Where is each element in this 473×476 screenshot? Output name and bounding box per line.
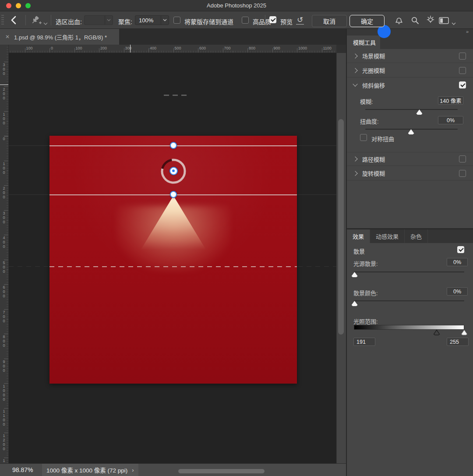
document-tab[interactable]: ✕ 1.psd @ 98.9% (三角形 1，RGB/8) * [0,29,119,45]
document-title: 1.psd @ 98.9% (三角形 1，RGB/8) * [14,33,107,41]
distortion-label: 扭曲度: [360,117,379,125]
tab-effects[interactable]: 效果 [347,229,370,243]
field-blur-checkbox[interactable] [459,53,466,60]
light-range-label: 光照范围: [353,317,378,325]
document-tab-bar: ✕ 1.psd @ 98.9% (三角形 1，RGB/8) * [0,29,346,45]
light-range-high-thumb[interactable] [461,329,468,337]
light-bokeh-slider[interactable] [354,269,464,278]
notifications-bell-icon[interactable] [395,16,403,26]
vertical-ruler-cursor [0,85,9,85]
bokeh-color-slider-thumb[interactable] [352,301,358,306]
vertical-scrollbar-thumb[interactable] [338,119,344,335]
preview-checkbox[interactable] [269,16,276,23]
chevron-down-icon [353,81,357,86]
title-bar: Adobe Photoshop 2025 [0,0,473,11]
preview-label: 预览 [280,17,293,26]
section-tilt-shift[interactable]: 倾斜偏移 [347,78,473,92]
toolbar-grip [1,15,4,25]
distortion-slider[interactable] [365,127,458,135]
back-icon[interactable] [11,16,17,26]
bokeh-label: 散景 [353,247,365,255]
document-size: 1000 像素 x 1000 像素 (72 ppi) [46,465,127,474]
cancel-button[interactable]: 取消 [312,15,347,27]
bokeh-checkbox[interactable] [457,246,464,253]
search-icon[interactable] [411,16,419,26]
window-title: Adobe Photoshop 2025 [0,2,473,9]
light-bokeh-label: 光源散景: [353,259,378,268]
effects-content: 散景 光源散景: 0% 散景颜色: 0% 光照范围: [347,243,473,476]
collapse-panel-icon[interactable]: » [466,29,469,34]
pin-options-chevron-icon[interactable] [43,19,48,27]
horizontal-scrollbar-thumb[interactable] [178,469,265,473]
section-iris-blur[interactable]: 光圈模糊 [347,63,473,78]
chevron-right-icon [353,156,357,161]
chevron-right-icon [353,171,357,176]
blur-center-pin[interactable] [169,167,178,175]
selection-bleed-label: 选区出血: [56,17,82,26]
focus-line-bottom-handle[interactable] [170,191,177,198]
distortion-value[interactable]: 0% [438,116,463,124]
distortion-slider-thumb[interactable] [408,129,414,134]
blur-amount-slider-thumb[interactable] [416,109,422,115]
horizontal-ruler[interactable]: 100010020030040050060070080090010001100 [9,45,336,53]
tab-motion-effects[interactable]: 动感效果 [370,229,405,243]
iris-blur-checkbox[interactable] [459,67,466,74]
zoom-level[interactable]: 98.87% [12,466,33,473]
section-spin-blur[interactable]: 旋转模糊 [347,166,473,180]
selection-bleed-select [84,15,113,25]
blur-amount-slider[interactable] [365,107,458,116]
blur-amount-value[interactable]: 140 像素 [438,96,463,105]
canvas-viewport[interactable] [9,53,336,463]
light-range-low-value[interactable]: 191 [353,338,375,346]
photoshop-window: Adobe Photoshop 2025 选区出血: [0,0,473,476]
workspace-switcher-icon[interactable] [439,17,449,26]
document-info[interactable]: 1000 像素 x 1000 像素 (72 ppi) › [42,464,138,476]
light-bokeh-slider-thumb[interactable] [352,272,358,277]
workspace-chevron-icon[interactable] [452,19,456,27]
high-quality-checkbox[interactable] [242,17,249,24]
save-mask-label: 将蒙版存储到通道 [184,17,233,26]
section-path-blur[interactable]: 路径模糊 [347,152,473,166]
status-expand-icon[interactable]: › [132,467,134,473]
options-bar: 选区出血: 聚焦: 100% 将蒙版存储到通道 高品质 预览 ↺ 取消 确定 [0,11,473,29]
close-document-icon[interactable]: ✕ [5,34,10,40]
save-mask-checkbox[interactable] [173,17,180,24]
blur-tools-panel-tab[interactable]: 模糊工具 [347,35,380,49]
tilt-shift-outer-dash-top[interactable] [164,95,187,96]
light-bokeh-value[interactable]: 0% [447,258,468,266]
reset-icon[interactable]: ↺ [296,16,304,25]
light-range-low-thumb[interactable] [433,329,440,337]
chevron-right-icon [353,68,357,73]
high-quality-label: 高品质 [253,17,271,26]
tilt-shift-checkbox[interactable] [459,81,466,88]
blur-amount-label: 模糊: [360,97,373,106]
spin-blur-checkbox[interactable] [459,170,466,177]
chevron-right-icon [353,53,357,58]
vertical-ruler[interactable]: 3002001000100200300400500600700800900100… [0,45,9,463]
bokeh-color-value[interactable]: 0% [447,287,468,296]
light-range-slider[interactable] [354,329,464,336]
tilt-shift-pin-tool-icon[interactable] [31,15,42,27]
effects-tab-bar: 效果 动感效果 杂色 [347,229,473,243]
symmetric-distortion-checkbox[interactable] [360,134,367,141]
focus-label: 聚焦: [118,17,132,26]
ok-button[interactable]: 确定 [349,15,385,27]
tilt-shift-outer-dash-bottom[interactable] [49,266,297,267]
bokeh-color-label: 散景颜色: [353,289,378,297]
focus-value: 100% [135,17,161,24]
discover-lightbulb-icon[interactable] [426,15,435,27]
light-range-high-value[interactable]: 255 [447,338,469,346]
focus-line-top-handle[interactable] [170,142,177,149]
section-field-blur[interactable]: 场景模糊 [347,49,473,63]
status-bar: 98.87% 1000 像素 x 1000 像素 (72 ppi) › [0,463,346,476]
symmetric-distortion-label: 对称扭曲 [371,134,394,143]
horizontal-ruler-cursor [130,45,131,53]
focus-select[interactable]: 100% [135,15,169,25]
blur-gallery-panel: » 模糊工具 场景模糊 光圈模糊 倾斜偏移 模糊: 140 像素 扭曲度: [346,29,473,476]
path-blur-checkbox[interactable] [459,155,466,162]
bokeh-color-slider[interactable] [354,298,464,307]
tab-noise[interactable]: 杂色 [405,229,428,243]
